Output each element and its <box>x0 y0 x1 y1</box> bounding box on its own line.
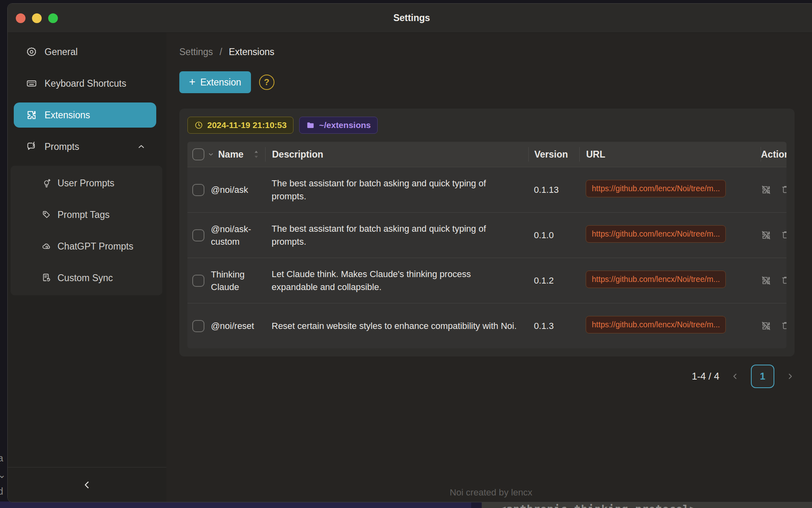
sidebar: General Keyboard Shortcuts Extensio <box>8 33 166 502</box>
sidebar-item-extensions[interactable]: Extensions <box>14 102 156 128</box>
column-header-version: Version <box>534 149 568 160</box>
row-checkbox[interactable] <box>192 184 204 196</box>
help-icon[interactable]: ? <box>259 75 274 90</box>
disable-extension-icon[interactable] <box>761 230 772 241</box>
desktop-dark-band <box>471 502 482 508</box>
close-window-button[interactable] <box>16 13 26 23</box>
disable-extension-icon[interactable] <box>761 320 772 331</box>
table-row: Thinking Claude Let Claude think. Makes … <box>187 258 786 303</box>
sidebar-item-label: General <box>45 47 78 58</box>
extension-name: @noi/ask-custom <box>211 223 260 248</box>
sidebar-item-label: ChatGPT Prompts <box>57 241 133 252</box>
extensions-card: 2024-11-19 21:10:53 ~/extensions <box>179 109 795 356</box>
row-checkbox[interactable] <box>192 229 204 241</box>
traffic-lights <box>16 4 58 32</box>
extension-description: The best assistant for batch asking and … <box>265 177 528 203</box>
extension-version: 0.1.13 <box>528 185 579 195</box>
timestamp-value: 2024-11-19 21:10:53 <box>207 120 287 130</box>
extension-name: Thinking Claude <box>211 268 260 293</box>
delete-extension-icon[interactable] <box>780 184 786 195</box>
breadcrumb: Settings / Extensions <box>179 47 812 58</box>
breadcrumb-settings[interactable]: Settings <box>179 47 213 57</box>
toolbar: + Extension ? <box>179 71 812 93</box>
extension-url-link[interactable]: https://github.com/lencx/Noi/tree/m... <box>586 316 726 333</box>
extension-name: @noi/ask <box>211 184 248 196</box>
cloud-icon <box>41 241 52 252</box>
breadcrumb-current: Extensions <box>229 47 274 57</box>
delete-extension-icon[interactable] <box>780 230 786 241</box>
extension-description: The best assistant for batch asking and … <box>265 222 528 248</box>
chevron-up-icon[interactable] <box>137 142 146 151</box>
document-sync-icon <box>41 273 52 283</box>
folder-badge: ~/extensions <box>299 117 378 134</box>
delete-extension-icon[interactable] <box>780 320 786 331</box>
sort-icon[interactable] <box>253 150 259 158</box>
edge-fragment: a <box>0 453 6 464</box>
sidebar-item-prompts[interactable]: Prompts <box>14 134 156 159</box>
sidebar-item-label: User Prompts <box>57 178 115 189</box>
sidebar-item-keyboard-shortcuts[interactable]: Keyboard Shortcuts <box>14 71 156 96</box>
column-header-description: Description <box>272 149 323 160</box>
pagination: 1-4 / 4 1 <box>179 365 795 388</box>
desktop-editor-strip: <anthropic_thinking_protocol> <box>482 502 812 508</box>
extension-url-link[interactable]: https://github.com/lencx/Noi/tree/m... <box>586 225 726 243</box>
settings-window: Settings General <box>7 3 812 502</box>
breadcrumb-separator: / <box>220 47 222 57</box>
table-row: @noi/ask-custom The best assistant for b… <box>187 212 786 258</box>
sidebar-item-label: Keyboard Shortcuts <box>45 78 126 89</box>
sidebar-item-chatgpt-prompts[interactable]: ChatGPT Prompts <box>11 234 162 259</box>
edge-fragment: d <box>0 486 6 497</box>
table-header-row: Name Description Version URL Action <box>187 142 786 167</box>
sidebar-item-user-prompts[interactable]: User Prompts <box>11 171 162 196</box>
chevron-down-icon[interactable] <box>208 151 214 158</box>
minimize-window-button[interactable] <box>32 13 42 23</box>
previous-page-icon[interactable] <box>731 372 740 381</box>
left-edge-fragments: a ⌄ d <box>0 453 6 497</box>
column-header-url: URL <box>586 149 605 160</box>
column-header-action: Action <box>761 149 786 160</box>
zoom-window-button[interactable] <box>48 13 58 23</box>
sidebar-item-label: Custom Sync <box>57 273 113 284</box>
extension-description: Let Claude think. Makes Claude's thinkin… <box>265 268 528 294</box>
plus-icon: + <box>189 77 196 88</box>
extensions-table: Name Description Version URL Action <box>187 142 786 348</box>
sidebar-item-general[interactable]: General <box>14 39 156 64</box>
next-page-icon[interactable] <box>786 372 795 381</box>
sidebar-item-prompt-tags[interactable]: Prompt Tags <box>11 202 162 227</box>
disable-extension-icon[interactable] <box>761 184 772 195</box>
extension-version: 0.1.3 <box>528 321 579 331</box>
row-checkbox[interactable] <box>192 275 204 287</box>
extension-url-link[interactable]: https://github.com/lencx/Noi/tree/m... <box>586 180 726 197</box>
keyboard-icon <box>26 78 37 89</box>
tag-icon <box>41 209 52 220</box>
delete-extension-icon[interactable] <box>780 275 786 286</box>
status-badges: 2024-11-19 21:10:53 ~/extensions <box>187 117 786 134</box>
main-content: Settings / Extensions + Extension ? <box>166 33 812 502</box>
sidebar-footer <box>8 467 166 502</box>
timestamp-badge: 2024-11-19 21:10:53 <box>187 117 293 134</box>
select-all-checkbox[interactable] <box>192 148 204 160</box>
page-1-button[interactable]: 1 <box>751 365 774 388</box>
add-extension-label: Extension <box>200 77 241 88</box>
extension-description: Reset certain website styles to enhance … <box>265 320 528 333</box>
edge-fragment: ⌄ <box>0 470 6 480</box>
column-header-name: Name <box>218 149 244 160</box>
extension-version: 0.1.2 <box>528 275 579 286</box>
add-extension-button[interactable]: + Extension <box>179 71 251 93</box>
extension-name: @noi/reset <box>211 320 254 332</box>
titlebar: Settings <box>8 4 812 33</box>
desktop-background-strip: <anthropic_thinking_protocol> <box>0 502 812 508</box>
sidebar-item-label: Extensions <box>45 110 90 121</box>
folder-icon <box>306 121 315 130</box>
extension-url-link[interactable]: https://github.com/lencx/Noi/tree/m... <box>586 271 726 288</box>
folder-path-value: ~/extensions <box>319 120 371 130</box>
extension-version: 0.1.0 <box>528 230 579 241</box>
disable-extension-icon[interactable] <box>761 275 772 286</box>
row-checkbox[interactable] <box>192 320 204 332</box>
lightbulb-sparkle-icon <box>41 178 52 188</box>
sidebar-item-custom-sync[interactable]: Custom Sync <box>11 265 162 290</box>
sidebar-item-label: Prompt Tags <box>57 209 110 220</box>
clock-icon <box>194 121 203 130</box>
app-credit-text: Noi created by lencx <box>166 487 812 498</box>
collapse-sidebar-button[interactable] <box>82 480 92 490</box>
